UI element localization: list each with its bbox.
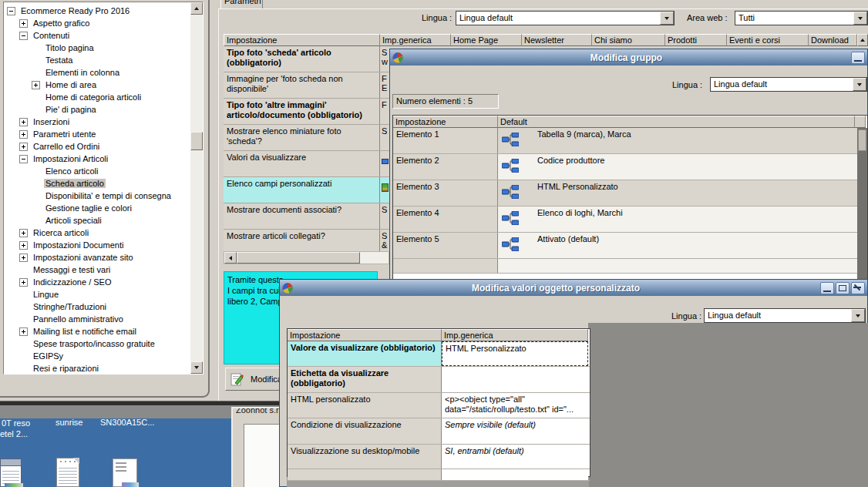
scrollbar-thumb[interactable] (190, 132, 203, 150)
table-row[interactable]: Mostrare elenco miniature foto 'scheda'?… (224, 125, 389, 151)
lingua-select[interactable]: Lingua default (704, 308, 866, 323)
dropdown-arrow-button[interactable] (853, 12, 867, 25)
area-web-select[interactable]: Tutti (735, 11, 868, 25)
expand-plus-icon[interactable] (19, 229, 28, 237)
tree-item[interactable]: Articoli speciali (4, 214, 203, 227)
scroll-up-button[interactable] (857, 34, 868, 46)
tree-item[interactable]: Pie' di pagina (4, 103, 203, 116)
setting-value-selected[interactable]: HTML Personalizzato (442, 341, 588, 366)
column-header[interactable]: Imp.generica (380, 34, 451, 46)
tree-item[interactable]: Mailing list e notifiche email (4, 325, 203, 338)
table-row[interactable]: Elemento 2 Codice produttore (393, 154, 867, 180)
horizontal-scrollbar[interactable] (224, 251, 389, 264)
expand-plus-icon[interactable] (19, 118, 28, 126)
table-row[interactable]: Mostrare documenti associati? S (224, 203, 389, 230)
tree-item[interactable]: Carrello ed Ordini (4, 140, 203, 153)
lingua-select[interactable]: Lingua default (456, 11, 675, 25)
table-row[interactable]: Immagine per 'foto scheda non disponibil… (224, 72, 389, 99)
table-row[interactable]: Visualizzazione su desktop/mobile SI, en… (288, 445, 590, 469)
table-row[interactable]: Tipo foto 'altre immagini' articolo/docu… (224, 99, 389, 125)
dialog-titlebar[interactable]: Modifica gruppo (390, 49, 867, 65)
tree-item[interactable]: Gestione taglie e colori (4, 202, 203, 214)
minimize-button[interactable] (851, 52, 865, 64)
tree-item[interactable]: Elenco articoli (4, 165, 203, 177)
column-header[interactable]: Default (498, 116, 855, 128)
tree-item[interactable]: Resi e riparazioni (4, 362, 203, 374)
tree-item[interactable]: Stringhe/Traduzioni (4, 301, 203, 313)
dialog-titlebar[interactable]: Modifica valori oggetto personalizzato (280, 280, 867, 296)
column-header[interactable]: Download (809, 34, 857, 46)
tree-scrollbar[interactable] (190, 2, 203, 374)
tree-item[interactable]: Inserzioni (4, 116, 203, 128)
collapse-minus-icon[interactable] (19, 155, 28, 163)
expand-plus-icon[interactable] (19, 130, 28, 139)
tree-item[interactable]: Elementi in colonna (4, 66, 203, 79)
scrollbar-thumb[interactable] (858, 129, 866, 151)
column-header[interactable]: Imp.generica (442, 329, 588, 341)
collapse-minus-icon[interactable] (19, 32, 28, 40)
lingua-select[interactable]: Lingua default (710, 77, 867, 92)
column-header[interactable]: Impostazione (224, 34, 380, 46)
table-row-selected[interactable]: Elenco campi personalizzati (224, 177, 389, 203)
expand-plus-icon[interactable] (19, 254, 28, 262)
table-row[interactable]: Tipo foto 'scheda' articolo (obbligatori… (224, 46, 389, 72)
column-header[interactable]: Impostazione (288, 329, 442, 341)
dropdown-arrow-button[interactable] (853, 78, 866, 91)
expand-plus-icon[interactable] (19, 278, 28, 287)
expand-plus-icon[interactable] (32, 81, 40, 89)
table-row-selected[interactable]: Valore da visualizzare (obbligatorio) HT… (288, 341, 590, 367)
column-header[interactable]: Impostazione (393, 116, 498, 128)
tree-item-root[interactable]: Ecommerce Ready Pro 2016 (4, 5, 203, 17)
expand-plus-icon[interactable] (19, 19, 28, 28)
expand-plus-icon[interactable] (19, 143, 28, 151)
desktop-icon-label[interactable]: etel 2... (0, 429, 28, 438)
collapse-minus-icon[interactable] (7, 7, 15, 15)
tree-item[interactable]: Parametri utente (4, 128, 203, 140)
tree-item[interactable]: Impostazioni Articoli (4, 153, 203, 165)
dropdown-arrow-button[interactable] (660, 12, 674, 25)
desktop-icon-label[interactable]: SN300A15C... (100, 418, 154, 427)
scrollbar-thumb[interactable] (237, 252, 360, 264)
tree-item[interactable]: Disponibilita' e tempi di consegna (4, 190, 203, 202)
table-row[interactable]: Etichetta da visualizzare (obbligatorio) (288, 367, 590, 393)
tree-item[interactable]: Impostazioni avanzate sito (4, 251, 203, 264)
scroll-up-button[interactable] (190, 2, 203, 15)
tree-item[interactable]: EGIPSy (4, 350, 203, 362)
column-header[interactable]: Home Page (451, 34, 522, 46)
table-row[interactable]: Elemento 5 Attivato (default) (393, 233, 867, 259)
tree-item[interactable]: Pannello amministrativo (4, 313, 203, 325)
tree-item[interactable]: Ricerca articoli (4, 227, 203, 239)
close-button[interactable] (851, 282, 865, 294)
column-header[interactable]: Newsletter (522, 34, 592, 46)
expand-plus-icon[interactable] (19, 241, 28, 250)
column-header[interactable]: Chi siamo (592, 34, 665, 46)
gruppo-table-scrollbar[interactable] (857, 128, 867, 280)
column-header[interactable]: Prodotti (665, 34, 727, 46)
scroll-down-button[interactable] (190, 361, 203, 374)
tree-item[interactable]: Indicizzazione / SEO (4, 276, 203, 288)
tree-item[interactable]: Impostazioni Documenti (4, 239, 203, 251)
tab-parametri[interactable]: Parametri (220, 0, 263, 8)
desktop-icon-label[interactable]: sunrise (56, 418, 82, 427)
tree-item[interactable]: Lingue (4, 288, 203, 301)
tree-item[interactable]: Spese trasporto/incasso gratuite (4, 338, 203, 350)
table-row[interactable]: Valori da visualizzare (224, 151, 389, 177)
tree-item[interactable]: Testata (4, 54, 203, 66)
tree-item[interactable]: Home di categoria articoli (4, 91, 203, 103)
dropdown-arrow-button[interactable] (851, 309, 865, 322)
scroll-left-button[interactable] (224, 252, 237, 264)
expand-plus-icon[interactable] (19, 327, 28, 336)
table-row[interactable]: Elemento 4 Elenco di loghi, Marchi (393, 207, 867, 233)
column-header[interactable]: Eventi e corsi (727, 34, 809, 46)
tree-item[interactable]: Aspetto grafico (4, 17, 203, 29)
tree-item[interactable]: Home di area (4, 79, 203, 91)
table-row[interactable]: HTML personalizzato <p><object type="all… (288, 393, 590, 418)
table-row[interactable]: Condizione di visualizzazione Sempre vis… (288, 418, 590, 445)
table-row[interactable]: Elemento 1 Tabella 9 (marca), Marca (393, 128, 867, 154)
tree-item[interactable]: Contenuti (4, 29, 203, 42)
tree-item[interactable]: Titolo pagina (4, 42, 203, 54)
table-row[interactable]: Elemento 3 HTML Personalizzato (393, 180, 867, 207)
tree-item-selected[interactable]: Scheda articolo (4, 177, 203, 190)
tree-item[interactable]: Messaggi e testi vari (4, 264, 203, 276)
desktop-icon-label[interactable]: 0T reso (2, 418, 30, 428)
